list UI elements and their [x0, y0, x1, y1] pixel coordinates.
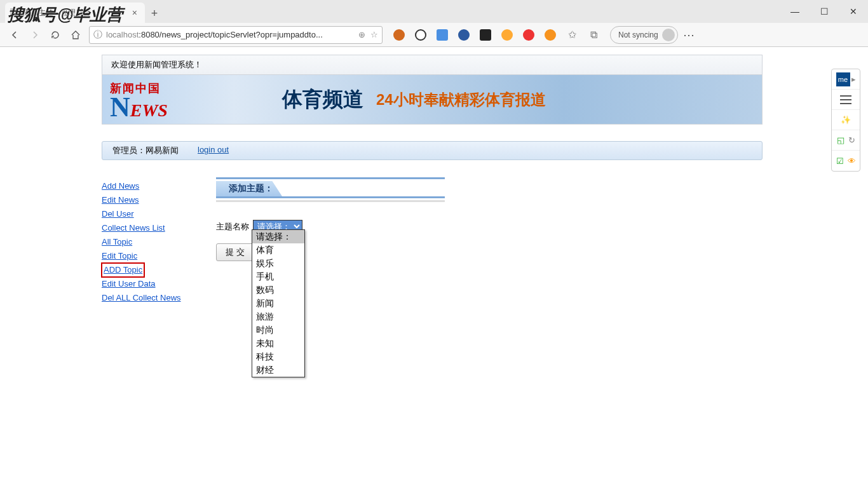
logo-en-text: NEWS	[110, 96, 168, 118]
dropdown-option[interactable]: 娱乐	[252, 257, 304, 270]
extension-icon[interactable]	[432, 26, 452, 44]
admin-bar: 管理员：网易新闻 login out	[102, 141, 763, 160]
sidebar-item-add-news[interactable]: Add News	[102, 179, 216, 193]
favorites-icon[interactable]: ✩	[562, 26, 582, 44]
dropdown-option[interactable]: 请选择：	[252, 230, 304, 243]
home-button[interactable]	[66, 25, 85, 44]
dropdown-option[interactable]: 时尚	[252, 323, 304, 337]
browser-tab-strip: 添加主题 - 管理后台 × + — ☐ ✕	[0, 0, 868, 23]
page-container: 欢迎使用新闻管理系统！ 新闻中国 NEWS 体育频道 24小时奉献精彩体育报道 …	[102, 55, 763, 305]
window-minimize-button[interactable]: —	[780, 0, 810, 23]
sidebar-item-edit-user-data[interactable]: Edit User Data	[102, 277, 216, 291]
devtools-sidebar: me▸ ✨ ◱↻ ☑👁	[831, 69, 860, 172]
banner-slogan: 24小时奉献精彩体育报道	[376, 90, 546, 110]
extension-icon[interactable]	[519, 26, 539, 44]
section-title: 添加主题：	[216, 181, 282, 196]
favorite-icon[interactable]: ☆	[370, 30, 378, 39]
site-banner: 新闻中国 NEWS 体育频道 24小时奉献精彩体育报道	[102, 75, 763, 125]
dropdown-option[interactable]: 新闻	[252, 297, 304, 310]
avatar-icon	[662, 29, 675, 41]
url-host: localhost	[106, 30, 139, 39]
field-label-topic-name: 主题名称	[216, 221, 249, 233]
dropdown-option[interactable]: 数码	[252, 283, 304, 297]
cast-icon[interactable]: ◱↻	[832, 130, 860, 151]
zoom-icon[interactable]: ⊕	[358, 30, 365, 39]
sidebar-item-add-topic[interactable]: ADD Topic	[102, 263, 144, 277]
extension-icon[interactable]	[497, 26, 517, 44]
window-close-button[interactable]: ✕	[839, 0, 868, 23]
window-maximize-button[interactable]: ☐	[810, 0, 839, 23]
address-bar[interactable]: ⓘ localhost :8080/news_project/topicServ…	[89, 26, 383, 44]
extension-icon[interactable]	[410, 26, 431, 44]
back-button[interactable]	[5, 25, 24, 44]
admin-sidebar: Add News Edit News Del User Collect News…	[102, 179, 216, 305]
me-badge[interactable]: me▸	[832, 69, 860, 90]
dropdown-option[interactable]: 手机	[252, 270, 304, 283]
favicon	[10, 8, 19, 17]
dropdown-option[interactable]: 未知	[252, 337, 304, 350]
site-info-icon[interactable]: ⓘ	[93, 29, 102, 41]
submit-button[interactable]: 提 交	[216, 243, 254, 261]
sidebar-item-edit-news[interactable]: Edit News	[102, 193, 216, 207]
sidebar-item-collect-news-list[interactable]: Collect News List	[102, 221, 216, 235]
browser-tab[interactable]: 添加主题 - 管理后台 ×	[5, 3, 145, 23]
new-tab-button[interactable]: +	[145, 4, 164, 23]
forward-button[interactable]	[25, 25, 44, 44]
form-area: 添加主题： 主题名称 请选择： 提 交 请选择： 体育 娱乐 手机 数码 新闻 …	[216, 179, 763, 305]
admin-label: 管理员：网易新闻	[112, 145, 179, 156]
dropdown-option[interactable]: 体育	[252, 243, 304, 257]
refresh-button[interactable]	[46, 25, 65, 44]
more-menu-button[interactable]: ⋯	[679, 25, 698, 44]
sidebar-item-del-all-collect-news[interactable]: Del ALL Collect News	[102, 291, 216, 305]
site-logo: 新闻中国 NEWS	[110, 81, 168, 118]
sidebar-item-del-user[interactable]: Del User	[102, 207, 216, 221]
tab-title: 添加主题 - 管理后台	[23, 8, 130, 18]
sidebar-item-all-topic[interactable]: All Topic	[102, 235, 216, 249]
url-path: :8080/news_project/topicServlet?opr=jump…	[139, 30, 353, 39]
sync-label: Not syncing	[618, 30, 658, 39]
profile-button[interactable]: Not syncing	[610, 26, 678, 44]
collections-icon[interactable]: ⧉	[583, 26, 604, 44]
dropdown-option[interactable]: 科技	[252, 350, 304, 363]
dropdown-option[interactable]: 旅游	[252, 310, 304, 323]
extension-icon[interactable]	[540, 26, 560, 44]
wand-icon[interactable]: ✨	[832, 110, 860, 130]
banner-channel: 体育频道	[282, 86, 363, 114]
extensions-area: ✩ ⧉	[389, 26, 604, 44]
logout-link[interactable]: login out	[198, 145, 229, 156]
topic-dropdown-list[interactable]: 请选择： 体育 娱乐 手机 数码 新闻 旅游 时尚 未知 科技 财经	[252, 229, 305, 377]
eye-icon[interactable]: ☑👁	[832, 151, 860, 171]
extension-icon[interactable]	[475, 26, 496, 44]
sidebar-item-edit-topic[interactable]: Edit Topic	[102, 249, 216, 263]
browser-nav-bar: ⓘ localhost :8080/news_project/topicServ…	[0, 23, 868, 47]
tab-close-icon[interactable]: ×	[130, 6, 140, 19]
menu-icon[interactable]	[832, 90, 860, 110]
extension-icon[interactable]	[389, 26, 409, 44]
extension-icon[interactable]	[454, 26, 474, 44]
dropdown-option[interactable]: 财经	[252, 363, 304, 377]
welcome-message: 欢迎使用新闻管理系统！	[102, 55, 763, 75]
